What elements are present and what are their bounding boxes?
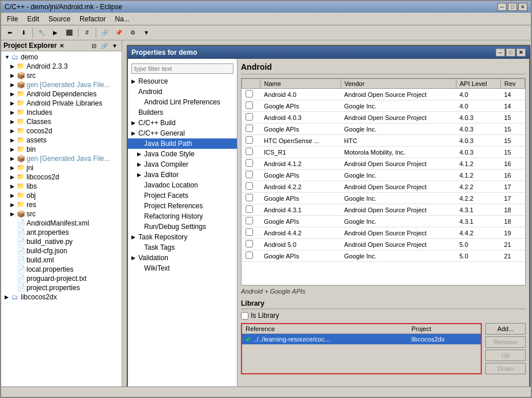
nav-item-4[interactable]: ▶C/C++ Build: [128, 118, 237, 128]
android-row-check-9[interactable]: [246, 194, 253, 201]
android-row-check-5[interactable]: [246, 148, 253, 155]
android-row-check-7[interactable]: [246, 171, 253, 178]
add-reference-button[interactable]: Add...: [485, 323, 526, 335]
nav-item-5[interactable]: ▶C/C++ General: [128, 128, 237, 138]
tree-item-obj[interactable]: ▶ 📁 obj: [1, 191, 122, 200]
tree-item-assets[interactable]: ▶ 📁 assets: [1, 136, 122, 145]
android-row-check-12[interactable]: [246, 228, 253, 236]
android-row-14[interactable]: Google APIs Google Inc. 5.0 21: [242, 250, 525, 262]
up-reference-button[interactable]: Up: [485, 350, 526, 361]
toolbar-btn-6[interactable]: #: [81, 27, 93, 39]
android-row-check-3[interactable]: [246, 125, 253, 132]
tree-item-src[interactable]: ▶ 📦 src: [1, 71, 122, 80]
android-row-13[interactable]: Android 5.0 Android Open Source Project …: [242, 239, 525, 250]
android-row-check-6[interactable]: [246, 159, 253, 167]
android-row-6[interactable]: Android 4.1.2 Android Open Source Projec…: [242, 158, 525, 170]
android-row-check-10[interactable]: [246, 205, 253, 213]
tree-item-libcocos2d[interactable]: ▶ 📁 libcocos2d: [1, 172, 122, 182]
menu-navigate[interactable]: Na...: [110, 14, 134, 24]
tree-item-android233[interactable]: ▶ 📁 Android 2.3.3: [1, 62, 122, 71]
dialog-maximize-button[interactable]: □: [506, 48, 515, 57]
android-row-11[interactable]: Google APIs Google Inc. 4.3.1 18: [242, 216, 525, 227]
toolbar-btn-10[interactable]: ▼: [140, 27, 153, 39]
android-row-4[interactable]: HTC OpenSense ... HTC 4.0.3 15: [242, 135, 525, 147]
nav-item-16[interactable]: Task Tags: [128, 242, 237, 253]
nav-item-15[interactable]: ▶Task Repository: [128, 232, 237, 242]
tree-item-bin[interactable]: ▶ 📁 bin: [1, 145, 122, 154]
nav-item-17[interactable]: ▶Validation: [128, 253, 237, 263]
tree-item-res[interactable]: ▶ 📁 res: [1, 200, 122, 209]
android-row-check-8[interactable]: [246, 182, 253, 190]
tree-item-project-properties[interactable]: 📄 project.properties: [1, 283, 122, 292]
nav-item-3[interactable]: Builders: [128, 107, 237, 118]
nav-item-11[interactable]: Project Facets: [128, 190, 237, 201]
tree-item-build-native[interactable]: 📄 build_native.py: [1, 237, 122, 246]
tree-item-gen[interactable]: ▶ 📦 gen [Generated Java File...: [1, 80, 122, 89]
android-row-3[interactable]: Google APIs Google Inc. 4.0.3 15: [242, 123, 525, 135]
tree-item-build-gradle[interactable]: 📄 build.xml: [1, 256, 122, 265]
dialog-close-button[interactable]: ✕: [516, 48, 526, 57]
tree-item-libcocos2dx-bottom[interactable]: ▶ 🗂 libcocos2dx: [1, 292, 122, 302]
ref-row-0[interactable]: ✔ ../../learning-resource/coc... libcoco…: [242, 334, 481, 345]
android-row-0[interactable]: Android 4.0 Android Open Source Project …: [242, 89, 525, 100]
tree-item-proguard[interactable]: 📄 proguard-project.txt: [1, 274, 122, 283]
tree-item-includes[interactable]: ▶ 📁 Includes: [1, 108, 122, 117]
tree-item-jni[interactable]: ▶ 📁 jni: [1, 163, 122, 172]
nav-item-12[interactable]: Project References: [128, 201, 237, 211]
nav-item-18[interactable]: WikiText: [128, 263, 237, 273]
toolbar-btn-8[interactable]: 📌: [112, 27, 125, 39]
android-row-check-13[interactable]: [246, 240, 253, 247]
menu-edit[interactable]: Edit: [22, 14, 44, 24]
nav-item-6[interactable]: Java Build Path: [128, 138, 237, 149]
menu-source[interactable]: Source: [44, 14, 75, 24]
tree-item-cocos2d[interactable]: ▶ 📁 cocos2d: [1, 126, 122, 136]
android-row-check-11[interactable]: [246, 217, 253, 224]
toolbar-btn-7[interactable]: 🔗: [99, 27, 111, 39]
tree-item-local-properties[interactable]: 📄 local.properties: [1, 265, 122, 274]
tree-item-classes[interactable]: ▶ 📁 Classes: [1, 117, 122, 126]
android-row-5[interactable]: ICS_R1 Motorola Mobility, Inc. 4.0.3 15: [242, 147, 525, 158]
android-row-check-2[interactable]: [246, 113, 253, 121]
android-row-8[interactable]: Android 4.2.2 Android Open Source Projec…: [242, 181, 525, 193]
tree-item-build-cfg[interactable]: 📄 build-cfg.json: [1, 246, 122, 256]
toolbar-btn-4[interactable]: ▶: [49, 27, 62, 39]
tree-item-demo[interactable]: ▼ 🗂 demo: [1, 52, 122, 62]
link-editor-button[interactable]: 🔗: [100, 42, 109, 50]
down-reference-button[interactable]: Down: [485, 363, 526, 374]
android-row-1[interactable]: Google APIs Google Inc. 4.0 14: [242, 100, 525, 112]
nav-item-8[interactable]: ▶Java Compiler: [128, 159, 237, 170]
tree-item-android-deps[interactable]: ▶ 📁 Android Dependencies: [1, 89, 122, 99]
tree-item-android-manifest[interactable]: 📄 AndroidManifest.xml: [1, 219, 122, 228]
nav-filter-input[interactable]: [131, 63, 233, 74]
android-platforms-table[interactable]: Name Vendor API Level Rev Android 4.0 An…: [241, 78, 526, 286]
maximize-button[interactable]: □: [508, 3, 517, 11]
collapse-all-button[interactable]: ⊟: [89, 42, 99, 50]
nav-item-7[interactable]: ▶Java Code Style: [128, 149, 237, 159]
nav-item-14[interactable]: Run/Debug Settings: [128, 221, 237, 232]
view-menu-button[interactable]: ▼: [110, 42, 119, 50]
android-row-2[interactable]: Android 4.0.3 Android Open Source Projec…: [242, 112, 525, 123]
android-row-check-4[interactable]: [246, 136, 253, 144]
android-row-check-14[interactable]: [246, 251, 253, 259]
menu-file[interactable]: File: [2, 14, 22, 24]
tree-item-ant-properties[interactable]: 📄 ant.properties: [1, 228, 122, 237]
close-button[interactable]: ✕: [518, 3, 527, 11]
toolbar-btn-2[interactable]: ⬇: [17, 27, 30, 39]
tree-item-android-private[interactable]: ▶ 📁 Android Private Libraries: [1, 99, 122, 108]
android-row-check-1[interactable]: [246, 102, 253, 109]
nav-item-1[interactable]: Android: [128, 87, 237, 97]
tree-item-src2[interactable]: ▶ 📦 src: [1, 209, 122, 219]
nav-item-2[interactable]: Android Lint Preferences: [128, 97, 237, 107]
minimize-button[interactable]: ─: [497, 3, 507, 11]
dialog-minimize-button[interactable]: ─: [496, 48, 505, 57]
android-row-check-0[interactable]: [246, 90, 253, 97]
nav-item-0[interactable]: ▶Resource: [128, 76, 237, 87]
tree-item-libs[interactable]: ▶ 📁 libs: [1, 182, 122, 191]
android-row-10[interactable]: Android 4.3.1 Android Open Source Projec…: [242, 204, 525, 216]
android-row-9[interactable]: Google APIs Google Inc. 4.2.2 17: [242, 193, 525, 204]
is-library-checkbox[interactable]: [241, 312, 248, 320]
nav-item-9[interactable]: ▶Java Editor: [128, 170, 237, 180]
toolbar-btn-9[interactable]: ⚙: [126, 27, 139, 39]
tree-item-gen2[interactable]: ▶ 📦 gen [Generated Java File...: [1, 154, 122, 163]
menu-refactor[interactable]: Refactor: [75, 14, 110, 24]
